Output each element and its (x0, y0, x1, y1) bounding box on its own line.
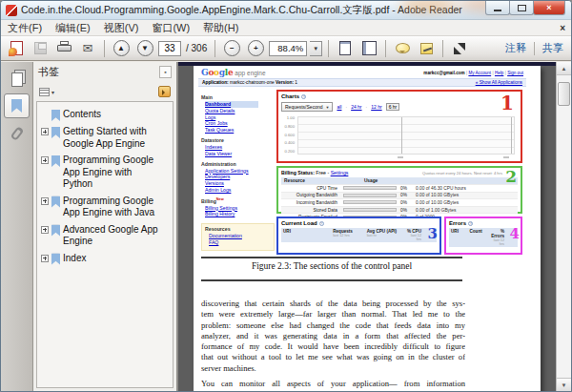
print-button[interactable] (53, 38, 74, 59)
page-display-button[interactable] (358, 38, 379, 59)
bookmarks-tab[interactable] (4, 93, 30, 118)
zoom-level-value[interactable]: 88.4% (269, 41, 307, 56)
options-list-icon (39, 88, 50, 96)
range-all-link: all (337, 104, 341, 110)
document-view-area[interactable]: Googleapp engine markcc@gmail.com | My A… (178, 62, 556, 391)
print-icon (57, 44, 72, 55)
document-close-icon[interactable]: × (560, 23, 565, 33)
application-bar: Application: markcc-chatroom-one Version… (198, 78, 526, 87)
help-link: Help (495, 71, 503, 75)
quota-row-stored: Stored Data0%0.00 of 1.00 GBytes (281, 206, 518, 214)
range-6hr-selected: 6 hr (386, 103, 400, 111)
usage-bar (343, 194, 397, 197)
bookmark-item-contents[interactable]: Contents (41, 109, 170, 121)
bookmark-item-index[interactable]: Index (41, 253, 170, 265)
share-panel-link[interactable]: 共享 (542, 41, 563, 55)
vertical-scrollbar[interactable]: ▲ ▼ (556, 62, 571, 391)
menu-help[interactable]: 帮助(H) (196, 21, 245, 35)
figure-dashboard-screenshot: Googleapp engine markcc@gmail.com | My A… (198, 68, 526, 255)
zoom-dropdown-button[interactable]: ▼ (310, 41, 322, 56)
billing-status-section: Billing Status: Free - Settings Quotas r… (276, 166, 522, 214)
section-number-2: 2 (505, 169, 517, 185)
section-number-3: 3 (428, 227, 438, 241)
menu-file[interactable]: 文件(F) (1, 21, 49, 35)
account-email: markcc@gmail.com (423, 71, 464, 75)
bookmarks-panel-title: 书签 (38, 65, 59, 79)
body-text: discovering that certain shards of the d… (201, 299, 465, 391)
bookmark-item-getting-started[interactable]: Getting Started with Google App Engine (41, 126, 170, 150)
zoom-in-button[interactable]: + (245, 38, 266, 59)
comment-bubble-icon (396, 43, 410, 53)
go-to-bookmark-icon[interactable] (158, 86, 171, 97)
expand-icon[interactable] (41, 156, 49, 164)
close-button[interactable]: × (533, 1, 565, 15)
bookmark-options-button[interactable]: ▾ (39, 88, 54, 96)
chart-plot-area (297, 116, 515, 155)
body-text-line: tem were extremely large—far larger than… (201, 309, 465, 320)
save-button[interactable] (30, 38, 51, 59)
nav-documentation: Documentation (209, 233, 271, 239)
sign-button[interactable] (416, 38, 437, 59)
scrollbar-thumb[interactable] (558, 82, 570, 106)
expand-icon[interactable] (41, 128, 49, 135)
section-number-1: 1 (500, 93, 514, 113)
scroll-up-button[interactable]: ▲ (557, 62, 571, 75)
body-text-line: that out without a tool to let me see wh… (201, 352, 465, 362)
email-icon: ✉ (83, 42, 93, 54)
section-number-4: 4 (510, 227, 520, 241)
previous-page-button[interactable]: ▲ (111, 38, 132, 59)
menu-view[interactable]: 视图(V) (97, 21, 146, 35)
save-icon (34, 42, 47, 54)
expand-icon[interactable] (41, 226, 49, 234)
nav-billing-settings: Billing Settings (205, 205, 275, 212)
usage-bar (343, 186, 397, 190)
menu-edit[interactable]: 编辑(E) (49, 21, 97, 35)
minimize-button[interactable] (485, 1, 510, 15)
scrolling-mode-button[interactable] (335, 38, 356, 59)
open-file-icon (10, 41, 23, 55)
requests-chart: 1.00 0.800 0.600 0.400 0.200 (284, 115, 515, 159)
email-button[interactable]: ✉ (77, 38, 98, 59)
bookmark-item-python[interactable]: Programming Google App Engine with Pytho… (41, 155, 170, 191)
page-thumbnails-tab[interactable] (4, 66, 30, 91)
menu-window[interactable]: 窗口(W) (145, 21, 196, 35)
page-display-icon (362, 41, 377, 55)
bookmark-item-java[interactable]: Programming Google App Engine with Java (41, 196, 170, 219)
resources-box: Resources Documentation FAQ (201, 223, 275, 251)
toolbar-separator (442, 40, 443, 57)
minimize-icon (494, 10, 501, 11)
scroll-down-button[interactable]: ▼ (557, 378, 571, 391)
sign-out-link: Sign out (507, 71, 523, 75)
adobe-reader-window: Code.in.the.Cloud.Programming.Google.App… (0, 0, 572, 392)
nav-application-settings: Application Settings (205, 168, 275, 175)
bookmark-icon (51, 127, 60, 138)
figure-caption: Figure 2.3: The sections of the control … (201, 261, 462, 271)
fullscreen-button[interactable] (449, 38, 470, 59)
page-number-input[interactable] (158, 41, 181, 56)
bookmark-icon (51, 225, 60, 237)
zoom-out-button[interactable]: − (221, 38, 242, 59)
next-page-button[interactable]: ▼ (134, 38, 155, 59)
nav-data-viewer: Data Viewer (205, 151, 275, 157)
expand-icon[interactable] (41, 255, 49, 262)
application-version: 1 (295, 80, 297, 85)
comment-panel-link[interactable]: 注释 (505, 41, 526, 55)
toolbar-separator (385, 40, 386, 57)
nav-dashboard: Dashboard (205, 101, 258, 108)
bookmark-item-advanced[interactable]: Advanced Google App Engine (41, 224, 170, 248)
toolbar-separator (214, 40, 215, 57)
quota-row-cpu: CPU Time0%0.00 of 46.30 CPU hours (281, 184, 518, 192)
comment-button[interactable] (392, 38, 413, 59)
help-icon: ? (301, 94, 306, 99)
maximize-button[interactable] (509, 1, 534, 15)
google-app-engine-logo: Googleapp engine (201, 68, 266, 77)
body-text-line: analyzer, and it was generating data in … (201, 331, 465, 341)
toolbar: ✉ ▲ ▼ / 306 − + 88.4% ▼ 注释 共享 (1, 36, 571, 61)
expand-icon[interactable] (41, 197, 49, 205)
panel-menu-button[interactable]: ▪ (159, 66, 172, 78)
billing-settings-link: Settings (331, 170, 349, 175)
nav-indexes: Indexes (205, 144, 275, 151)
attachments-tab[interactable] (4, 121, 30, 146)
new-badge: New (216, 197, 224, 201)
open-file-button[interactable] (6, 38, 27, 59)
